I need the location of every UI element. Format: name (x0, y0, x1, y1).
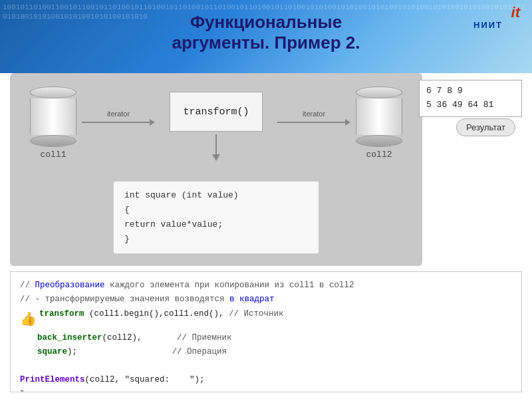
coll2-label: coll2 (366, 150, 392, 160)
header-title: Функциональные аргументы. Пример 2. (0, 12, 532, 53)
result-line2: 5 36 49 64 81 (426, 98, 515, 112)
code-line-8: } (20, 388, 512, 393)
logo-it: it (511, 5, 520, 20)
arrow-right: iterator (277, 110, 350, 126)
code-line-2: // - трансформируемые значения возводятс… (20, 293, 512, 307)
code-line-3: 👍 transform (coll1.begin(),coll1.end(), … (20, 307, 512, 331)
code-line-4: back_inserter(coll2), // Приемник (20, 331, 512, 345)
code-line-5: square); // Операция (20, 345, 512, 359)
arrowhead-left (150, 119, 155, 126)
coll1-label: coll1 (40, 150, 66, 160)
result-label: Результат (456, 118, 515, 136)
cylinder-coll1: coll1 (30, 86, 76, 160)
result-line1: 6 7 8 9 (426, 84, 515, 98)
thumb-icon: 👍 (20, 309, 37, 331)
logo: it НИИТ (473, 5, 520, 39)
code-line-1: // Преобразование каждого элемента при к… (20, 279, 512, 293)
code-box-inner: int square (int value) { return value*va… (113, 181, 319, 254)
cylinder-body-1 (30, 98, 76, 135)
cylinder-top-1 (30, 86, 76, 98)
cylinder-coll2: coll2 (356, 86, 402, 160)
arrowhead-down (212, 154, 220, 161)
cylinder-body-2 (356, 98, 402, 135)
code-line-6 (20, 359, 512, 373)
cylinder-top-2 (356, 86, 402, 98)
diagram-area: coll1 iterator transform() iterator coll… (10, 73, 422, 266)
arrow-left: iterator (82, 110, 155, 126)
result-box: 6 7 8 9 5 36 49 64 81 (419, 80, 522, 117)
cylinder-bottom-2 (356, 135, 402, 147)
down-arrow (212, 134, 220, 161)
iterator-left-label: iterator (107, 110, 130, 118)
transform-box: transform() (170, 92, 263, 132)
logo-niit: НИИТ (473, 20, 520, 30)
arrowhead-right (345, 119, 350, 126)
cylinder-bottom-1 (30, 135, 76, 147)
iterator-right-label: iterator (303, 110, 325, 118)
header: 1001011010011001011001011010010110100101… (0, 0, 532, 73)
code-area: // Преобразование каждого элемента при к… (10, 271, 522, 392)
arrow-left-line (82, 119, 155, 126)
arrow-right-line (277, 119, 350, 126)
code-line-7: PrintElements(coll2, "squared: "); (20, 373, 512, 387)
